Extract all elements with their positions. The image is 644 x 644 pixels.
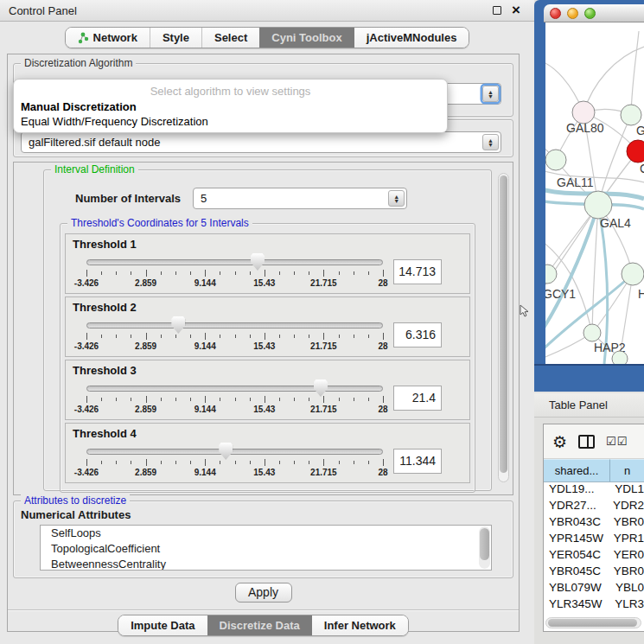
table-row[interactable]: YLR345WYLR3 — [544, 597, 644, 614]
network-node-g[interactable] — [621, 105, 641, 125]
network-node-hap2[interactable] — [583, 324, 601, 341]
group-label: Attributes to discretize — [21, 494, 130, 507]
threshold-1-value-input[interactable]: 14.713 — [393, 259, 442, 284]
slider-tick — [265, 396, 265, 403]
slider-track[interactable] — [86, 322, 383, 328]
tab-network[interactable]: Network — [66, 28, 150, 48]
minimize-traffic-light-icon[interactable] — [567, 8, 578, 19]
tab-discretize-data[interactable]: Discretize Data — [207, 615, 312, 635]
network-node-gcy1[interactable] — [545, 265, 557, 284]
gear-icon[interactable]: ⚙ — [552, 432, 567, 451]
slider-tick — [354, 461, 354, 464]
threshold-2-slider[interactable]: -3.4262.8599.14415.4321.71528 — [86, 314, 383, 355]
slider-tick — [146, 333, 147, 340]
table-toolbar: ⚙ ☑☑ — [544, 424, 644, 459]
table-row[interactable]: YBR045CYBR0 — [544, 564, 644, 581]
network-canvas[interactable]: GAL80GCGAL11GAL4GCY1HHAP2 — [545, 22, 644, 364]
table-row[interactable]: YER054CYER0 — [544, 548, 644, 564]
slider-handle[interactable] — [314, 379, 328, 397]
threshold-4-slider[interactable]: -3.4262.8599.14415.4321.71528 — [86, 440, 383, 481]
panel-divider — [8, 609, 519, 610]
slider-track[interactable] — [86, 386, 383, 392]
apply-button[interactable]: Apply — [235, 583, 292, 603]
intervals-value: 5 — [201, 192, 207, 205]
tab-infer-network[interactable]: Infer Network — [312, 615, 408, 635]
table-cell: YIL0 — [610, 614, 644, 615]
node-label: GAL4 — [600, 216, 631, 230]
intervals-dropdown-button[interactable]: ▲▼ — [388, 190, 405, 207]
vertical-scrollbar[interactable] — [498, 173, 509, 482]
tab-cyni-toolbox[interactable]: Cyni Toolbox — [259, 28, 354, 48]
algorithm-option[interactable]: Manual Discretization — [14, 99, 447, 114]
node-label: GAL80 — [566, 121, 604, 135]
table-row[interactable]: YBR043CYBR0 — [544, 515, 644, 532]
horizontal-scrollbar[interactable] — [545, 617, 641, 628]
slider-tick — [265, 333, 265, 340]
table-row[interactable]: YPR145WYPR1 — [544, 532, 644, 548]
threshold-4-value-input[interactable]: 11.344 — [393, 449, 442, 474]
close-traffic-light-icon[interactable] — [550, 8, 561, 19]
table-row[interactable]: YBL079WYBL0 — [544, 581, 644, 597]
scrollbar-thumb[interactable] — [500, 175, 507, 473]
attribute-item[interactable]: SelfLoops — [41, 526, 491, 541]
float-panel-icon[interactable] — [493, 6, 501, 15]
tab-style[interactable]: Style — [150, 28, 201, 48]
network-node[interactable] — [612, 351, 628, 364]
slider-handle[interactable] — [251, 253, 265, 271]
threshold-panel: Threshold 4 -3.4262.8599.14415.4321.7152… — [65, 423, 470, 483]
threshold-2-value-input[interactable]: 6.316 — [393, 322, 442, 348]
slider-tick — [161, 335, 162, 338]
algorithm-option[interactable]: Equal Width/Frequency Discretization — [14, 114, 447, 129]
intervals-select[interactable]: 5 ▲▼ — [193, 188, 407, 209]
table-data-select[interactable]: galFiltered.sif default node ▲▼ — [21, 131, 501, 153]
column-header-shared-name[interactable]: shared... — [544, 459, 610, 481]
thresholds-group: Threshold's Coordinates for 5 Intervals … — [60, 223, 475, 493]
slider-tick — [323, 270, 324, 277]
attribute-item[interactable]: TopologicalCoefficient — [41, 541, 491, 557]
table-row[interactable]: YDR27...YDR2 — [544, 499, 644, 515]
table-row[interactable]: YDL19...YDL1 — [544, 482, 644, 499]
network-node-c[interactable] — [627, 140, 644, 163]
slider-tick — [205, 270, 206, 277]
threshold-3-value-input[interactable]: 21.4 — [393, 386, 442, 411]
slider-tick — [86, 270, 87, 277]
tab-select[interactable]: Select — [201, 28, 259, 48]
table-row[interactable]: YIL052CYIL0 — [544, 614, 644, 615]
slider-tick — [339, 461, 340, 464]
attributes-list[interactable]: SelfLoopsTopologicalCoefficientBetweenne… — [40, 525, 492, 571]
slider-tick — [220, 271, 220, 275]
slider-track[interactable] — [86, 449, 383, 455]
network-node-gal4[interactable] — [584, 191, 612, 219]
slider-tick — [235, 398, 236, 401]
columns-icon[interactable] — [578, 435, 595, 449]
table-panel: Table Panel ⚙ ☑☑ shared... n YDL19...YDL… — [534, 393, 644, 644]
slider-handle[interactable] — [171, 316, 185, 334]
zoom-traffic-light-icon[interactable] — [584, 8, 596, 19]
column-header-name[interactable]: n — [610, 459, 644, 481]
threshold-3-slider[interactable]: -3.4262.8599.14415.4321.71528 — [86, 377, 383, 418]
network-window-titlebar[interactable] — [544, 4, 644, 22]
tab-jactivemnodules[interactable]: jActiveMNodules — [354, 28, 469, 48]
select-columns-icon[interactable]: ☑☑ — [606, 435, 628, 448]
tick-label: 15.43 — [253, 341, 275, 351]
network-node-gal11[interactable] — [545, 150, 566, 170]
scrollbar-thumb[interactable] — [548, 619, 637, 627]
network-node-h[interactable] — [622, 263, 644, 285]
slider-tick — [250, 335, 251, 338]
slider-tick — [190, 398, 191, 401]
slider-tick — [86, 459, 87, 466]
slider-tick — [131, 461, 131, 464]
slider-tick — [279, 271, 280, 275]
slider-handle[interactable] — [219, 443, 233, 460]
algorithm-dropdown-button[interactable]: ▲▼ — [482, 86, 499, 102]
threshold-1-slider[interactable]: -3.4262.8599.14415.4321.71528 — [86, 251, 383, 292]
close-icon[interactable]: × — [512, 6, 520, 15]
list-scrollbar[interactable] — [479, 526, 490, 569]
table-data-dropdown-button[interactable]: ▲▼ — [482, 134, 499, 150]
slider-tick — [146, 270, 147, 277]
slider-track[interactable] — [86, 259, 383, 265]
scrollbar-thumb[interactable] — [480, 528, 489, 560]
slider-tick — [354, 271, 354, 275]
attribute-item[interactable]: BetweennessCentrality — [41, 557, 491, 571]
tab-impute-data[interactable]: Impute Data — [118, 615, 207, 635]
